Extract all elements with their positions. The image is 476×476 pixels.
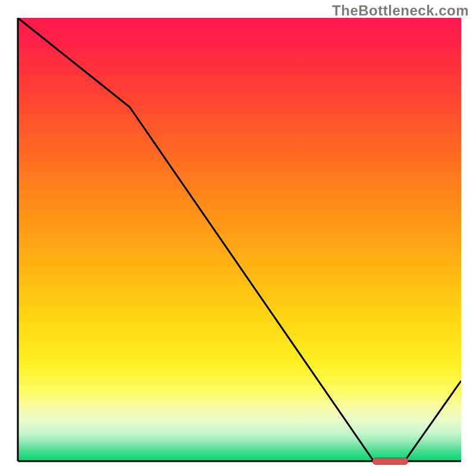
chart-svg: [0, 0, 476, 476]
gradient-background: [18, 18, 461, 461]
chart-canvas: TheBottleneck.com: [0, 0, 476, 476]
